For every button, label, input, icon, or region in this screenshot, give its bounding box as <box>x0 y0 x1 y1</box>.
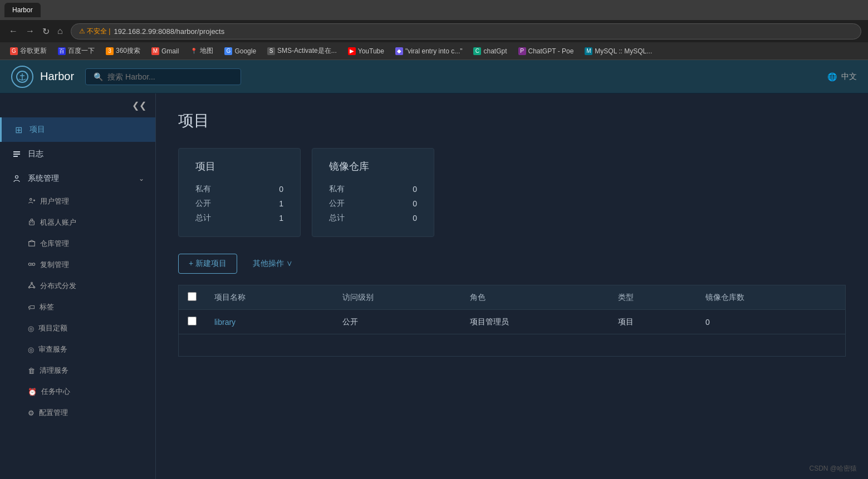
projects-table: 项目名称 访问级别 角色 类型 镜像仓库数 library <box>178 285 846 357</box>
sidebar-label-tags: 标签 <box>40 302 54 312</box>
projects-private-row: 私有 0 <box>195 182 283 196</box>
sidebar-item-cleanup[interactable]: 🗑 清理服务 <box>0 360 155 381</box>
sidebar-item-logs[interactable]: 日志 <box>0 142 155 166</box>
collapse-sidebar-button[interactable]: ❮❮ <box>132 100 146 111</box>
other-ops-button[interactable]: 其他操作 ∨ <box>246 254 300 273</box>
search-icon: 🔍 <box>94 72 103 81</box>
sidebar-item-distributed[interactable]: 分布式分发 <box>0 275 155 297</box>
svg-rect-10 <box>29 241 35 246</box>
registry-private-value: 0 <box>400 185 417 194</box>
row-checkbox-cell <box>179 310 206 334</box>
sidebar-label-logs: 日志 <box>28 149 144 159</box>
bookmark-mysql[interactable]: M MySQL :: MySQL... <box>580 46 656 56</box>
bookmark-360[interactable]: 3 360搜索 <box>101 45 145 57</box>
registry-total-row: 总计 0 <box>329 211 417 225</box>
browser-chrome: Harbor ← → ↻ ⌂ ⚠ 不安全 | 192.168.2.99:8088… <box>0 0 868 60</box>
sidebar-item-replication[interactable]: 复制管理 <box>0 254 155 275</box>
sidebar-item-robot-accounts[interactable]: 机器人账户 <box>0 212 155 233</box>
reload-button[interactable]: ↻ <box>40 24 52 39</box>
sidebar-item-admin[interactable]: 系统管理 ⌄ <box>0 166 155 191</box>
bookmark-youtube[interactable]: ▶ YouTube <box>344 46 389 56</box>
bookmark-icon-360: 3 <box>106 47 114 55</box>
svg-rect-2 <box>13 154 20 155</box>
bookmark-maps[interactable]: 📍 地图 <box>185 45 218 57</box>
sidebar-item-project-quota[interactable]: ◎ 项目定额 <box>0 318 155 339</box>
other-ops-label: 其他操作 ∨ <box>253 259 293 269</box>
home-button[interactable]: ⌂ <box>55 24 65 39</box>
sidebar-label-task: 任务中心 <box>41 387 70 397</box>
tab-label: Harbor <box>12 6 33 14</box>
bookmark-sms[interactable]: S SMS-Activate是在... <box>263 45 341 57</box>
row-checkbox[interactable] <box>188 317 197 325</box>
projects-public-value: 1 <box>267 199 283 208</box>
registry-total-value: 0 <box>400 214 417 223</box>
bookmark-chatgpt[interactable]: C chatGpt <box>469 46 511 56</box>
new-project-button[interactable]: + 新建项目 <box>178 254 237 274</box>
th-type: 类型 <box>609 285 697 310</box>
app-header: Harbor 🔍 🌐 中文 <box>0 60 868 93</box>
main-content: 项目 项目 私有 0 公开 1 总计 1 <box>156 93 868 479</box>
svg-point-9 <box>32 222 33 223</box>
sidebar-item-tags[interactable]: 🏷 标签 <box>0 297 155 318</box>
browser-tab-active[interactable]: Harbor <box>4 3 41 17</box>
row-project-name-cell: library <box>205 310 334 334</box>
new-project-label: + 新建项目 <box>189 259 227 269</box>
registry-card-title: 镜像仓库 <box>329 160 417 173</box>
bookmark-google-update[interactable]: G 谷歌更新 <box>6 45 51 57</box>
sidebar-item-task-center[interactable]: ⏰ 任务中心 <box>0 381 155 402</box>
bookmark-icon-mysql: M <box>585 47 592 55</box>
projects-private-value: 0 <box>267 185 283 194</box>
svg-point-12 <box>32 263 35 265</box>
tags-icon: 🏷 <box>28 303 35 312</box>
cleanup-icon: 🗑 <box>28 367 35 375</box>
table-header: 项目名称 访问级别 角色 类型 镜像仓库数 <box>179 285 846 310</box>
bookmark-baidu[interactable]: 百 百度一下 <box>53 45 99 57</box>
browser-tabs: Harbor <box>0 0 868 20</box>
th-access: 访问级别 <box>334 285 462 310</box>
sidebar-label-cleanup: 清理服务 <box>40 366 68 376</box>
svg-rect-3 <box>13 156 18 157</box>
projects-total-value: 1 <box>267 214 283 223</box>
address-bar[interactable]: ⚠ 不安全 | 192.168.2.99:8088/harbor/project… <box>71 23 861 39</box>
sidebar-item-warehouse[interactable]: 仓库管理 <box>0 233 155 254</box>
bookmark-label: Google <box>234 47 256 55</box>
bookmark-google[interactable]: G Google <box>220 46 261 56</box>
bookmark-chatgpt-poe[interactable]: P ChatGPT - Poe <box>514 46 578 56</box>
forward-button[interactable]: → <box>23 24 37 39</box>
bookmark-label: Gmail <box>161 47 179 55</box>
sidebar-item-user-mgmt[interactable]: 用户管理 <box>0 191 155 212</box>
search-input[interactable] <box>107 72 233 81</box>
sidebar-item-audit[interactable]: ◎ 审查服务 <box>0 339 155 360</box>
sidebar-item-config-mgmt[interactable]: ⚙ 配置管理 <box>0 402 155 423</box>
table-body: library 公开 项目管理员 项目 0 <box>179 310 846 357</box>
bookmark-icon-baidu: 百 <box>58 47 66 55</box>
audit-icon: ◎ <box>28 345 34 354</box>
svg-rect-7 <box>31 219 33 221</box>
projects-public-label: 公开 <box>195 199 211 209</box>
app-logo: Harbor <box>11 66 74 88</box>
sidebar-label-projects: 项目 <box>30 125 144 135</box>
registry-public-row: 公开 0 <box>329 196 417 211</box>
registry-private-label: 私有 <box>329 184 345 194</box>
bookmark-viral[interactable]: ◆ "viral entry into c..." <box>391 46 467 56</box>
admin-icon <box>11 173 22 184</box>
select-all-checkbox[interactable] <box>188 292 197 301</box>
bookmark-gmail[interactable]: M Gmail <box>147 46 183 56</box>
svg-point-11 <box>28 263 31 265</box>
search-bar[interactable]: 🔍 <box>85 68 241 85</box>
globe-icon: 🌐 <box>827 72 837 81</box>
project-name-link[interactable]: library <box>214 318 236 327</box>
back-button[interactable]: ← <box>7 24 20 39</box>
bookmark-icon-chatgpt: C <box>473 47 481 55</box>
warehouse-icon <box>28 239 36 249</box>
app-name: Harbor <box>40 70 74 83</box>
language-selector[interactable]: 🌐 中文 <box>827 72 857 82</box>
page-title: 项目 <box>178 110 846 131</box>
th-project-name: 项目名称 <box>205 285 334 310</box>
bookmark-icon-maps: 📍 <box>190 47 198 55</box>
projects-private-label: 私有 <box>195 184 211 194</box>
sidebar: ❮❮ ⊞ 项目 日志 系统管理 ⌄ <box>0 93 156 479</box>
sidebar-item-projects[interactable]: ⊞ 项目 <box>0 117 155 142</box>
bookmark-label: 百度一下 <box>68 46 95 56</box>
security-indicator: ⚠ 不安全 | <box>79 27 111 36</box>
